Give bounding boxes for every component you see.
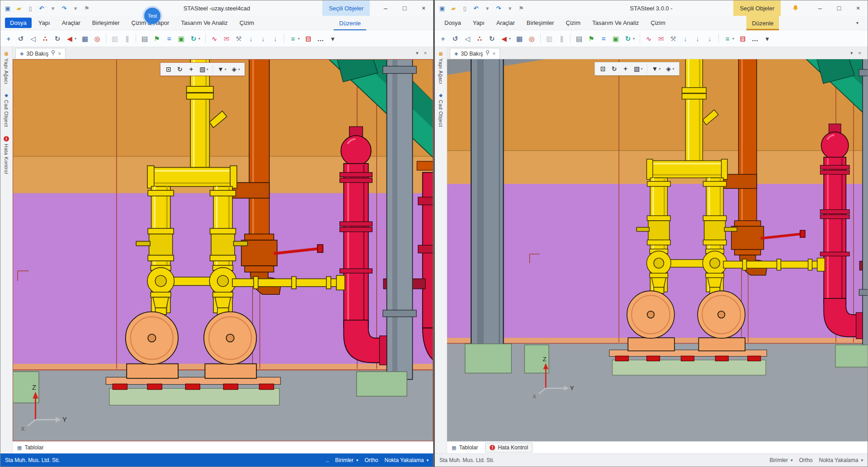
undo-icon[interactable]: ↶: [472, 5, 480, 11]
move-icon[interactable]: +: [5, 35, 12, 42]
import-down-icon[interactable]: ↓: [247, 35, 255, 42]
move-icon[interactable]: +: [439, 35, 447, 42]
menu-item-3[interactable]: Birleşimler: [522, 18, 559, 28]
pan-icon[interactable]: +: [188, 66, 195, 72]
mirror-copy-icon-caret[interactable]: ▾: [75, 37, 76, 41]
test-badge[interactable]: Test: [144, 8, 160, 24]
view-cube-icon[interactable]: ▧: [199, 66, 206, 72]
scene-3d-view[interactable]: [13, 60, 433, 441]
panel-icon[interactable]: ▥: [546, 35, 553, 42]
mirror-copy-icon[interactable]: ◀: [500, 35, 508, 42]
menu-item-6[interactable]: Çizim: [646, 18, 670, 28]
minimize-button[interactable]: –: [376, 0, 395, 16]
import-down-icon[interactable]: ↓: [682, 35, 689, 42]
status-birimler[interactable]: Birimler: [335, 457, 354, 463]
tab-3d-view[interactable]: ◈ 3D Bakış ×: [450, 48, 500, 59]
view-orientation-icon-caret[interactable]: ▾: [238, 67, 240, 71]
undo-caret-icon[interactable]: ▾: [49, 5, 57, 11]
minimize-button[interactable]: –: [811, 0, 830, 16]
tab-close-icon[interactable]: ×: [58, 51, 61, 57]
status-birimler-caret[interactable]: ▾: [791, 458, 793, 462]
filter-icon-caret[interactable]: ▾: [225, 67, 226, 71]
status-birimler[interactable]: Birimler: [769, 457, 788, 463]
mirror-copy-icon[interactable]: ◀: [66, 35, 73, 42]
view-orientation-icon[interactable]: ◈: [665, 66, 672, 72]
collapse-toolbar-icon[interactable]: ▾: [764, 35, 771, 42]
array-icon[interactable]: ▦: [516, 35, 523, 42]
status-dots[interactable]: ..: [326, 457, 329, 463]
fit-view-icon[interactable]: ⊡: [165, 66, 172, 72]
new-file-icon[interactable]: ▯: [461, 5, 468, 11]
tabbar-close-icon[interactable]: ×: [424, 50, 427, 56]
target-point-icon[interactable]: ◎: [528, 35, 535, 42]
side-tab-yapi-agaci[interactable]: ▦Yapı Ağacı: [438, 52, 443, 84]
trim-icon[interactable]: ∦: [123, 35, 131, 42]
weld-icon[interactable]: ∿: [211, 35, 218, 42]
level-icon[interactable]: =: [600, 35, 607, 42]
pan-icon[interactable]: +: [622, 66, 629, 72]
redo-caret-icon[interactable]: ▾: [506, 5, 514, 11]
status-nokta-yakalama-caret[interactable]: ▾: [861, 458, 863, 462]
list-icon-caret[interactable]: ▾: [298, 37, 300, 41]
pin-menu-icon[interactable]: ⚑: [83, 5, 90, 11]
rotate-icon[interactable]: ↺: [17, 35, 24, 42]
rotate-copy-icon[interactable]: ↻: [488, 35, 495, 42]
menu-item-6[interactable]: Çizim: [235, 18, 259, 28]
refresh-icon[interactable]: ↻: [190, 35, 197, 42]
refresh-icon-caret[interactable]: ▾: [198, 37, 200, 41]
edit-tab[interactable]: Düzenle: [746, 16, 779, 30]
comment-icon[interactable]: ✉: [223, 35, 230, 42]
target-point-icon[interactable]: ◎: [94, 35, 101, 42]
titlebar[interactable]: ▣▰▯↶▾↷▾⚑ STASteel 3.0.0 - Seçili Objeler…: [435, 0, 868, 16]
menu-item-4[interactable]: Çizim: [561, 18, 586, 28]
level-icon[interactable]: =: [165, 35, 173, 42]
open-folder-icon[interactable]: ▰: [15, 5, 23, 11]
report-icon[interactable]: ▤: [141, 35, 148, 42]
point-snap-icon[interactable]: ∴: [476, 35, 483, 42]
side-tab-cad-object[interactable]: ◆Cad Object: [438, 93, 443, 127]
array-icon[interactable]: ▦: [81, 35, 89, 42]
redo-icon[interactable]: ↷: [61, 5, 68, 11]
mirror-icon[interactable]: ◁: [464, 35, 471, 42]
maximize-button[interactable]: □: [830, 0, 849, 16]
fastener-icon[interactable]: ⚒: [670, 35, 677, 42]
menu-item-1[interactable]: Yapı: [468, 18, 490, 28]
menu-item-5[interactable]: Tasarım Ve Analiz: [176, 18, 232, 28]
tabbar-caret-icon[interactable]: ▾: [850, 50, 853, 56]
delete-icon[interactable]: ⊟: [739, 35, 746, 42]
more-options-icon[interactable]: …: [317, 35, 324, 42]
orbit-icon[interactable]: ↻: [611, 66, 618, 72]
fastener-icon[interactable]: ⚒: [235, 35, 242, 42]
flag-icon[interactable]: ⚑: [588, 35, 595, 42]
filter-icon[interactable]: ▼: [651, 66, 659, 72]
more-options-icon[interactable]: …: [751, 35, 759, 42]
orbit-icon[interactable]: ↻: [176, 66, 184, 72]
weld-icon[interactable]: ∿: [645, 35, 652, 42]
view-orientation-icon[interactable]: ◈: [231, 66, 238, 72]
ribbon-collapse-icon[interactable]: ▾: [856, 20, 863, 25]
filter-icon[interactable]: ▼: [217, 66, 224, 72]
undo-caret-icon[interactable]: ▾: [484, 5, 491, 11]
selected-objects-tab[interactable]: Seçili Objeler: [733, 0, 781, 16]
status-nokta-yakalama[interactable]: Nokta Yakalama: [819, 457, 859, 463]
collapse-toolbar-icon[interactable]: ▾: [329, 35, 336, 42]
mirror-icon[interactable]: ◁: [29, 35, 37, 42]
bottom-tab-tablolar[interactable]: ▦Tablolar: [17, 444, 43, 451]
plate-icon[interactable]: ▣: [178, 35, 185, 42]
save-icon[interactable]: ▣: [439, 5, 446, 11]
menu-item-0[interactable]: Dosya: [439, 18, 466, 28]
pin-icon[interactable]: [486, 50, 490, 57]
download-icon[interactable]: ↓: [706, 35, 713, 42]
export-down-icon[interactable]: ↓: [694, 35, 701, 42]
status-nokta-yakalama[interactable]: Nokta Yakalama: [385, 457, 424, 463]
viewport-3d[interactable]: ⊡↻+▧▾▼▾◈▾: [13, 59, 433, 441]
export-down-icon[interactable]: ↓: [259, 35, 267, 42]
titlebar[interactable]: ▣▰▯↶▾↷▾⚑ STASteel -uzay.steel4cad Seçili…: [0, 0, 433, 16]
view-cube-icon[interactable]: ▧: [633, 66, 641, 72]
save-icon[interactable]: ▣: [4, 5, 11, 11]
panel-icon[interactable]: ▥: [111, 35, 118, 42]
trim-icon[interactable]: ∦: [558, 35, 565, 42]
delete-icon[interactable]: ⊟: [305, 35, 312, 42]
redo-caret-icon[interactable]: ▾: [72, 5, 79, 11]
notification-bell-icon[interactable]: [792, 5, 799, 13]
